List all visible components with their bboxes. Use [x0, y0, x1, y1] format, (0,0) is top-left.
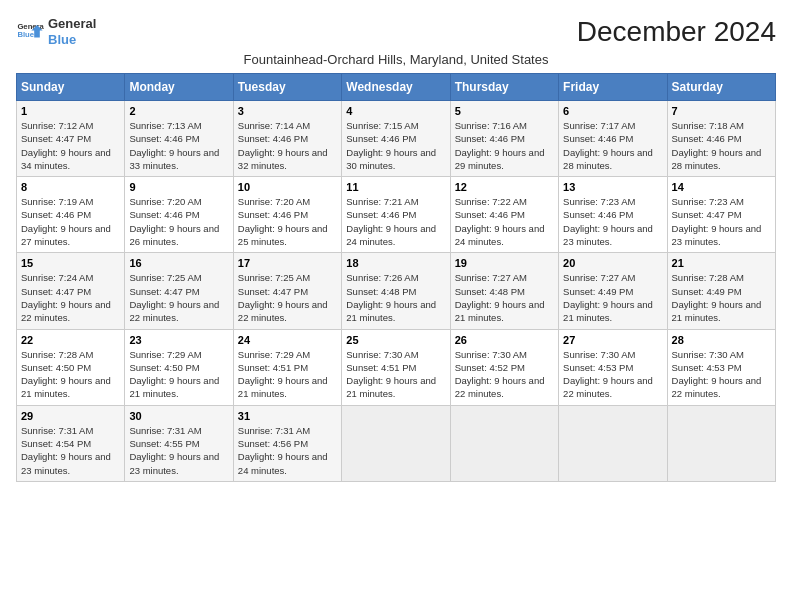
calendar-cell: [667, 405, 775, 481]
calendar-cell: 18Sunrise: 7:26 AMSunset: 4:48 PMDayligh…: [342, 253, 450, 329]
day-info: Sunrise: 7:14 AMSunset: 4:46 PMDaylight:…: [238, 119, 337, 172]
day-info: Sunrise: 7:24 AMSunset: 4:47 PMDaylight:…: [21, 271, 120, 324]
col-header-sunday: Sunday: [17, 74, 125, 101]
day-info: Sunrise: 7:25 AMSunset: 4:47 PMDaylight:…: [129, 271, 228, 324]
day-number: 14: [672, 181, 771, 193]
day-info: Sunrise: 7:23 AMSunset: 4:47 PMDaylight:…: [672, 195, 771, 248]
day-number: 19: [455, 257, 554, 269]
day-info: Sunrise: 7:28 AMSunset: 4:49 PMDaylight:…: [672, 271, 771, 324]
col-header-wednesday: Wednesday: [342, 74, 450, 101]
day-number: 7: [672, 105, 771, 117]
calendar-cell: 31Sunrise: 7:31 AMSunset: 4:56 PMDayligh…: [233, 405, 341, 481]
calendar-cell: 11Sunrise: 7:21 AMSunset: 4:46 PMDayligh…: [342, 177, 450, 253]
day-info: Sunrise: 7:28 AMSunset: 4:50 PMDaylight:…: [21, 348, 120, 401]
day-number: 25: [346, 334, 445, 346]
calendar-cell: 5Sunrise: 7:16 AMSunset: 4:46 PMDaylight…: [450, 101, 558, 177]
day-number: 16: [129, 257, 228, 269]
day-info: Sunrise: 7:27 AMSunset: 4:48 PMDaylight:…: [455, 271, 554, 324]
day-number: 20: [563, 257, 662, 269]
calendar-cell: 19Sunrise: 7:27 AMSunset: 4:48 PMDayligh…: [450, 253, 558, 329]
calendar-cell: 12Sunrise: 7:22 AMSunset: 4:46 PMDayligh…: [450, 177, 558, 253]
calendar-cell: 10Sunrise: 7:20 AMSunset: 4:46 PMDayligh…: [233, 177, 341, 253]
logo-text: General Blue: [48, 16, 96, 47]
day-number: 1: [21, 105, 120, 117]
calendar-cell: 21Sunrise: 7:28 AMSunset: 4:49 PMDayligh…: [667, 253, 775, 329]
week-row-2: 8Sunrise: 7:19 AMSunset: 4:46 PMDaylight…: [17, 177, 776, 253]
title-block: December 2024: [577, 16, 776, 48]
calendar-cell: 2Sunrise: 7:13 AMSunset: 4:46 PMDaylight…: [125, 101, 233, 177]
calendar-table: SundayMondayTuesdayWednesdayThursdayFrid…: [16, 73, 776, 482]
calendar-cell: 29Sunrise: 7:31 AMSunset: 4:54 PMDayligh…: [17, 405, 125, 481]
header-row: SundayMondayTuesdayWednesdayThursdayFrid…: [17, 74, 776, 101]
day-info: Sunrise: 7:31 AMSunset: 4:56 PMDaylight:…: [238, 424, 337, 477]
day-info: Sunrise: 7:23 AMSunset: 4:46 PMDaylight:…: [563, 195, 662, 248]
calendar-cell: 16Sunrise: 7:25 AMSunset: 4:47 PMDayligh…: [125, 253, 233, 329]
day-info: Sunrise: 7:15 AMSunset: 4:46 PMDaylight:…: [346, 119, 445, 172]
day-info: Sunrise: 7:31 AMSunset: 4:55 PMDaylight:…: [129, 424, 228, 477]
day-info: Sunrise: 7:20 AMSunset: 4:46 PMDaylight:…: [238, 195, 337, 248]
day-number: 30: [129, 410, 228, 422]
day-number: 9: [129, 181, 228, 193]
day-info: Sunrise: 7:30 AMSunset: 4:53 PMDaylight:…: [672, 348, 771, 401]
col-header-saturday: Saturday: [667, 74, 775, 101]
day-info: Sunrise: 7:30 AMSunset: 4:52 PMDaylight:…: [455, 348, 554, 401]
calendar-body: 1Sunrise: 7:12 AMSunset: 4:47 PMDaylight…: [17, 101, 776, 482]
day-number: 24: [238, 334, 337, 346]
day-number: 22: [21, 334, 120, 346]
day-info: Sunrise: 7:21 AMSunset: 4:46 PMDaylight:…: [346, 195, 445, 248]
day-number: 28: [672, 334, 771, 346]
day-info: Sunrise: 7:29 AMSunset: 4:50 PMDaylight:…: [129, 348, 228, 401]
day-info: Sunrise: 7:25 AMSunset: 4:47 PMDaylight:…: [238, 271, 337, 324]
calendar-cell: 30Sunrise: 7:31 AMSunset: 4:55 PMDayligh…: [125, 405, 233, 481]
calendar-header: SundayMondayTuesdayWednesdayThursdayFrid…: [17, 74, 776, 101]
logo: General Blue General Blue: [16, 16, 96, 47]
day-number: 6: [563, 105, 662, 117]
calendar-cell: [559, 405, 667, 481]
day-number: 23: [129, 334, 228, 346]
calendar-cell: 17Sunrise: 7:25 AMSunset: 4:47 PMDayligh…: [233, 253, 341, 329]
calendar-cell: 24Sunrise: 7:29 AMSunset: 4:51 PMDayligh…: [233, 329, 341, 405]
calendar-cell: 25Sunrise: 7:30 AMSunset: 4:51 PMDayligh…: [342, 329, 450, 405]
calendar-cell: 4Sunrise: 7:15 AMSunset: 4:46 PMDaylight…: [342, 101, 450, 177]
day-info: Sunrise: 7:12 AMSunset: 4:47 PMDaylight:…: [21, 119, 120, 172]
day-info: Sunrise: 7:16 AMSunset: 4:46 PMDaylight:…: [455, 119, 554, 172]
calendar-cell: [450, 405, 558, 481]
calendar-cell: 20Sunrise: 7:27 AMSunset: 4:49 PMDayligh…: [559, 253, 667, 329]
main-title: December 2024: [577, 16, 776, 48]
day-number: 21: [672, 257, 771, 269]
svg-text:Blue: Blue: [17, 29, 34, 38]
day-number: 29: [21, 410, 120, 422]
calendar-cell: 15Sunrise: 7:24 AMSunset: 4:47 PMDayligh…: [17, 253, 125, 329]
day-info: Sunrise: 7:13 AMSunset: 4:46 PMDaylight:…: [129, 119, 228, 172]
day-info: Sunrise: 7:22 AMSunset: 4:46 PMDaylight:…: [455, 195, 554, 248]
calendar-cell: 14Sunrise: 7:23 AMSunset: 4:47 PMDayligh…: [667, 177, 775, 253]
col-header-thursday: Thursday: [450, 74, 558, 101]
day-number: 3: [238, 105, 337, 117]
calendar-cell: 1Sunrise: 7:12 AMSunset: 4:47 PMDaylight…: [17, 101, 125, 177]
day-number: 10: [238, 181, 337, 193]
day-number: 12: [455, 181, 554, 193]
col-header-friday: Friday: [559, 74, 667, 101]
week-row-1: 1Sunrise: 7:12 AMSunset: 4:47 PMDaylight…: [17, 101, 776, 177]
calendar-cell: 27Sunrise: 7:30 AMSunset: 4:53 PMDayligh…: [559, 329, 667, 405]
week-row-5: 29Sunrise: 7:31 AMSunset: 4:54 PMDayligh…: [17, 405, 776, 481]
day-info: Sunrise: 7:26 AMSunset: 4:48 PMDaylight:…: [346, 271, 445, 324]
calendar-cell: [342, 405, 450, 481]
day-number: 27: [563, 334, 662, 346]
day-info: Sunrise: 7:18 AMSunset: 4:46 PMDaylight:…: [672, 119, 771, 172]
day-number: 8: [21, 181, 120, 193]
calendar-cell: 3Sunrise: 7:14 AMSunset: 4:46 PMDaylight…: [233, 101, 341, 177]
week-row-3: 15Sunrise: 7:24 AMSunset: 4:47 PMDayligh…: [17, 253, 776, 329]
day-info: Sunrise: 7:29 AMSunset: 4:51 PMDaylight:…: [238, 348, 337, 401]
calendar-cell: 13Sunrise: 7:23 AMSunset: 4:46 PMDayligh…: [559, 177, 667, 253]
day-info: Sunrise: 7:30 AMSunset: 4:53 PMDaylight:…: [563, 348, 662, 401]
calendar-cell: 8Sunrise: 7:19 AMSunset: 4:46 PMDaylight…: [17, 177, 125, 253]
day-number: 15: [21, 257, 120, 269]
subtitle: Fountainhead-Orchard Hills, Maryland, Un…: [16, 52, 776, 67]
day-info: Sunrise: 7:19 AMSunset: 4:46 PMDaylight:…: [21, 195, 120, 248]
calendar-cell: 28Sunrise: 7:30 AMSunset: 4:53 PMDayligh…: [667, 329, 775, 405]
calendar-cell: 9Sunrise: 7:20 AMSunset: 4:46 PMDaylight…: [125, 177, 233, 253]
day-number: 5: [455, 105, 554, 117]
calendar-cell: 7Sunrise: 7:18 AMSunset: 4:46 PMDaylight…: [667, 101, 775, 177]
day-info: Sunrise: 7:20 AMSunset: 4:46 PMDaylight:…: [129, 195, 228, 248]
